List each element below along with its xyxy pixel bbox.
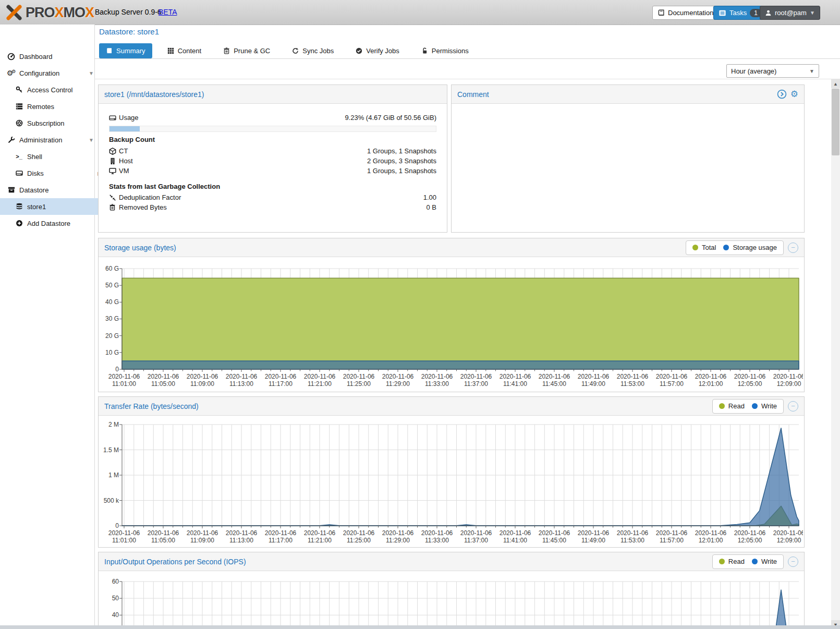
sidebar-item-store1[interactable]: store1 [0, 198, 109, 215]
row-value: 1 Groups, 1 Snapshots [367, 167, 436, 175]
panel-header: Storage usage (bytes) TotalStorage usage… [99, 238, 804, 257]
transfer-rate-panel: Transfer Rate (bytes/second) ReadWrite −… [98, 396, 805, 548]
scroll-up-icon[interactable]: ▲ [831, 79, 840, 88]
sync-icon [292, 47, 299, 54]
database-icon [15, 203, 23, 210]
legend-dot-icon [752, 559, 758, 564]
collapse-arrow-icon[interactable]: ▼ [89, 70, 94, 76]
x-tick-label: 2020-11-0611:49:00 [573, 373, 614, 388]
datastore-summary-panel: store1 (/mnt/datastores/store1) Usage 9.… [98, 84, 447, 233]
legend-item[interactable]: Total [692, 244, 716, 251]
tab-label: Summary [116, 47, 145, 55]
legend-item[interactable]: Write [752, 558, 777, 565]
proxmox-x-icon [5, 4, 23, 21]
documentation-button[interactable]: Documentation [652, 6, 719, 20]
legend-dot-icon [723, 245, 729, 250]
tasks-button[interactable]: Tasks 1 [713, 6, 767, 20]
collapse-arrow-icon[interactable]: ▼ [89, 137, 94, 143]
trash-icon [223, 47, 230, 54]
chart-title: Input/Output Operations per Second (IOPS… [104, 558, 246, 566]
row-label: CT [119, 147, 128, 155]
x-tick-label: 2020-11-0611:01:00 [103, 529, 145, 545]
tab-label: Sync Jobs [302, 47, 334, 55]
sidebar-item-access-control[interactable]: Access Control [0, 81, 109, 98]
sidebar-item-add-datastore[interactable]: Add Datastore [0, 215, 109, 232]
product-version-label: Backup Server 0.9-6 [95, 8, 162, 16]
scrollbar-thumb[interactable] [832, 89, 839, 155]
task-list-icon [719, 9, 726, 17]
y-tick-label: 40 [99, 611, 119, 619]
x-tick-label: 2020-11-0612:01:00 [690, 373, 732, 388]
y-tick-label: 50 G [99, 282, 119, 289]
chart-legend[interactable]: ReadWrite [712, 554, 784, 569]
panel-header: Transfer Rate (bytes/second) ReadWrite − [99, 397, 804, 416]
sidebar-item-disks[interactable]: Disks ▶ [0, 165, 109, 182]
tab-permissions[interactable]: Permissions [415, 43, 476, 58]
tab-content[interactable]: Content [161, 43, 209, 58]
legend-dot-icon [719, 559, 725, 564]
x-tick-label: 2020-11-0611:21:00 [299, 373, 340, 388]
arrow-circle-right-icon[interactable] [777, 89, 787, 99]
sidebar-item-shell[interactable]: >_ Shell [0, 148, 109, 165]
time-period-select[interactable]: Hour (average) ▼ [726, 64, 819, 78]
tab-sync-jobs[interactable]: Sync Jobs [285, 43, 340, 58]
x-tick-label: 2020-11-0611:45:00 [533, 373, 575, 388]
x-tick-label: 2020-11-0611:33:00 [416, 529, 458, 545]
monitor-icon [109, 167, 119, 175]
sidebar-item-label: Remotes [27, 103, 54, 111]
tab-label: Permissions [432, 47, 469, 55]
y-tick-label: 60 G [99, 265, 119, 272]
tab-verify-jobs[interactable]: Verify Jobs [349, 43, 406, 58]
comment-body[interactable] [452, 104, 804, 232]
sidebar-item-subscription[interactable]: Subscription [0, 115, 109, 131]
book-icon [106, 47, 113, 54]
collapse-chart-icon[interactable]: − [788, 557, 798, 567]
chart-title: Storage usage (bytes) [104, 244, 176, 252]
trash-icon [109, 204, 119, 211]
tab-bar: Summary Content Prune & GC Sync Jobs Ver… [99, 43, 476, 58]
backup-count-row-host: Host 2 Groups, 3 Snapshots [109, 156, 436, 165]
chart-legend[interactable]: ReadWrite [712, 399, 784, 414]
x-tick-label: 2020-11-0611:41:00 [494, 529, 536, 545]
collapse-chart-icon[interactable]: − [788, 243, 798, 253]
legend-item[interactable]: Storage usage [723, 244, 777, 251]
gears-icon: ⚙⚙ [7, 69, 16, 77]
gear-icon[interactable]: ⚙ [790, 90, 798, 99]
beta-link[interactable]: BETA [159, 8, 177, 16]
legend-item[interactable]: Read [719, 402, 745, 410]
book-icon [658, 9, 665, 17]
tab-prune-gc[interactable]: Prune & GC [216, 43, 277, 58]
x-tick-label: 2020-11-0611:49:00 [573, 529, 614, 545]
sidebar-item-dashboard[interactable]: Dashboard [0, 48, 101, 65]
x-tick-label: 2020-11-0611:25:00 [338, 529, 380, 545]
sidebar: Dashboard ⚙⚙ Configuration ▼ Access Cont… [0, 25, 95, 629]
legend-item[interactable]: Write [752, 402, 777, 410]
sidebar-item-administration[interactable]: Administration ▼ [0, 131, 101, 148]
row-label: Removed Bytes [119, 203, 167, 211]
x-tick-label: 2020-11-0611:21:00 [299, 529, 340, 545]
x-axis-labels: 2020-11-0611:01:002020-11-0611:05:002020… [99, 529, 803, 547]
plus-circle-icon [15, 220, 23, 227]
cube-icon [109, 148, 119, 155]
x-tick-label: 2020-11-0611:29:00 [377, 373, 419, 388]
hard-disk-icon [15, 170, 23, 177]
gc-stats-heading: Stats from last Garbage Collection [109, 182, 436, 191]
archive-icon [7, 186, 16, 193]
vertical-scrollbar[interactable]: ▲ ▼ [831, 79, 840, 629]
sidebar-item-datastore[interactable]: Datastore [0, 182, 101, 198]
row-value: 0 B [426, 203, 436, 211]
legend-item[interactable]: Read [719, 558, 745, 565]
divider [94, 79, 840, 79]
row-value: 1 Groups, 1 Snapshots [367, 147, 436, 155]
usage-label: Usage [119, 114, 139, 122]
usage-progress-fill [109, 126, 140, 131]
x-tick-label: 2020-11-0611:53:00 [612, 529, 653, 545]
sidebar-item-configuration[interactable]: ⚙⚙ Configuration ▼ [0, 65, 101, 81]
tab-summary[interactable]: Summary [99, 43, 152, 58]
chart-legend[interactable]: TotalStorage usage [686, 240, 784, 255]
collapse-chart-icon[interactable]: − [788, 401, 798, 412]
x-tick-label: 2020-11-0611:29:00 [377, 529, 419, 545]
sidebar-item-remotes[interactable]: Remotes [0, 98, 109, 115]
user-menu-button[interactable]: root@pam ▼ [760, 6, 820, 20]
x-tick-label: 2020-11-0611:37:00 [455, 373, 497, 388]
